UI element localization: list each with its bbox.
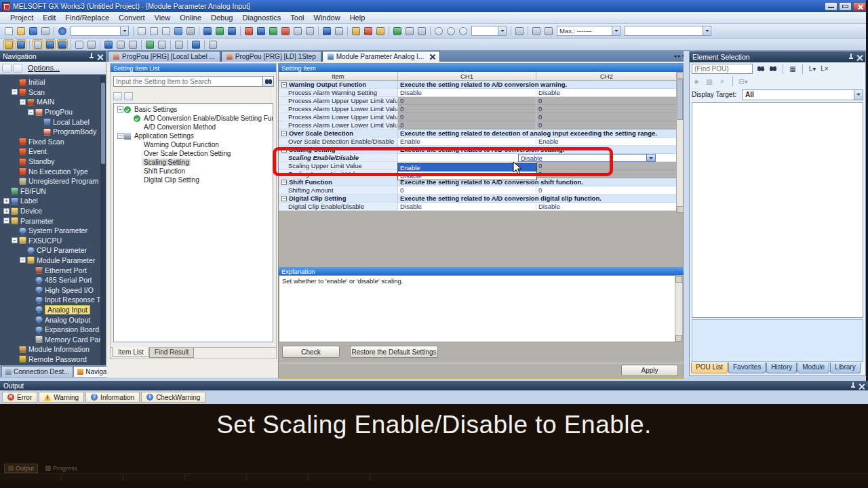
check-circle-1-icon[interactable]: [531, 26, 542, 36]
docking-window-icon[interactable]: [514, 26, 525, 36]
display-setting-icon[interactable]: L▾: [808, 64, 817, 73]
ch1-cell[interactable]: 0: [398, 113, 536, 121]
check-circle-2-icon[interactable]: [543, 26, 554, 36]
ladder-edit-icon[interactable]: [375, 26, 386, 36]
menu-diagnostics[interactable]: Diagnostics: [237, 13, 285, 22]
print-icon[interactable]: [40, 26, 51, 36]
insert-row-icon[interactable]: [392, 26, 403, 36]
menu-edit[interactable]: Edit: [38, 13, 60, 22]
tab-history[interactable]: History: [766, 363, 797, 373]
tree-item-initial[interactable]: Initial: [0, 77, 100, 87]
expand-icon[interactable]: +: [3, 198, 9, 204]
find-previous-icon[interactable]: [756, 64, 766, 73]
tree-item-local-label[interactable]: Local Label: [0, 117, 100, 127]
ch1-cell[interactable]: 0: [398, 105, 536, 113]
tree-item-label[interactable]: +Label: [0, 196, 100, 206]
close-icon[interactable]: [97, 54, 103, 60]
cut-icon[interactable]: [136, 26, 147, 36]
save-icon[interactable]: [28, 26, 39, 36]
simulation-start-icon[interactable]: [321, 26, 332, 36]
monitor-write-icon[interactable]: [280, 26, 291, 36]
tree-item-programbody[interactable]: ProgramBody: [0, 127, 100, 137]
sort-icon[interactable]: ⊟▾: [738, 77, 748, 86]
nav-filter-icon[interactable]: [2, 64, 12, 73]
collapse-icon[interactable]: −: [117, 106, 123, 113]
grid-scrollbar[interactable]: [676, 72, 683, 213]
menu-findreplace[interactable]: Find/Replace: [60, 13, 114, 22]
setting-tree-item-digital-clip-setting[interactable]: Digital Clip Setting: [114, 176, 273, 184]
statement-display-icon[interactable]: [45, 39, 56, 49]
monitor-stop-icon[interactable]: [304, 26, 315, 36]
ch1-cell[interactable]: 0: [398, 186, 536, 195]
close-icon[interactable]: [859, 383, 865, 389]
tree-item-high-speed-i-o[interactable]: High Speed I/O: [0, 285, 100, 295]
simulation-stop-icon[interactable]: [334, 26, 344, 36]
menu-convert[interactable]: Convert: [114, 13, 150, 22]
tree-item-analog-output[interactable]: Analog Output: [0, 314, 100, 325]
favorite-star-icon[interactable]: ★: [692, 77, 701, 86]
close-icon[interactable]: [429, 54, 435, 60]
tree-item-input-response-tir[interactable]: Input Response Tir: [0, 295, 100, 305]
collapse-icon[interactable]: −: [281, 131, 287, 136]
check-button[interactable]: Check: [282, 346, 340, 358]
paste-icon[interactable]: [161, 26, 172, 36]
tree-item-fx5ucpu[interactable]: −FX5UCPU: [0, 236, 100, 246]
help-find-icon[interactable]: [208, 39, 218, 49]
monitor-mode-icon[interactable]: [268, 26, 279, 36]
tree-item-analog-input[interactable]: Analog Input: [0, 305, 100, 315]
menu-help[interactable]: Help: [345, 13, 370, 22]
collapse-icon[interactable]: −: [281, 147, 287, 152]
zoom-in-icon[interactable]: [433, 26, 444, 36]
ch1-cell[interactable]: 0: [398, 121, 536, 129]
watch-icon[interactable]: [127, 39, 138, 49]
expand-tree-icon[interactable]: [113, 92, 122, 100]
ch2-cell[interactable]: 0: [536, 186, 677, 195]
close-icon[interactable]: [856, 54, 863, 60]
tab-item-list[interactable]: Item List: [113, 347, 149, 357]
online-change-icon[interactable]: [351, 26, 361, 36]
display-target-select[interactable]: All: [742, 89, 863, 100]
save-view-icon[interactable]: [16, 39, 26, 49]
navigation-scrollbar[interactable]: [100, 76, 106, 365]
tree-item-ethernet-port[interactable]: Ethernet Port: [0, 265, 100, 275]
device-comment-icon[interactable]: [33, 39, 43, 49]
find-icon[interactable]: [74, 39, 85, 49]
spell-check-icon[interactable]: [174, 39, 184, 49]
ch2-cell[interactable]: Disable: [536, 203, 677, 211]
setting-tree-item-basic-settings[interactable]: −Basic Settings: [114, 105, 273, 114]
program-check-icon[interactable]: [191, 39, 201, 49]
verify-with-plc-icon[interactable]: [226, 26, 237, 36]
tab-pou-list[interactable]: POU List: [691, 363, 728, 373]
note-display-icon[interactable]: [57, 39, 68, 49]
panel-splitter[interactable]: [684, 51, 689, 378]
filter-checkwarning-button[interactable]: CheckWarning: [141, 392, 205, 403]
tree-view-icon[interactable]: [3, 39, 14, 49]
setting-tree-item-scaling-setting[interactable]: Scaling Setting: [114, 158, 273, 167]
toolbar-combo[interactable]: [625, 26, 711, 36]
panel-tab-connection-dest-[interactable]: Connection Dest...: [1, 366, 73, 377]
menu-online[interactable]: Online: [175, 13, 206, 22]
explanation-scrollbar[interactable]: [675, 275, 683, 342]
filter-error-button[interactable]: Error: [2, 392, 37, 403]
paste-pou-icon[interactable]: ▦: [788, 64, 797, 73]
write-to-plc-icon[interactable]: [202, 26, 213, 36]
cross-reference-icon[interactable]: [103, 39, 114, 49]
pin-icon[interactable]: [848, 54, 854, 60]
ch2-cell[interactable]: 0: [536, 170, 677, 178]
tree-item-event[interactable]: Event: [0, 146, 100, 157]
menu-window[interactable]: Window: [309, 13, 345, 22]
find-pou-input[interactable]: [692, 64, 753, 74]
tree-item-main[interactable]: −MAIN: [0, 97, 100, 107]
tree-item-cpu-parameter[interactable]: CPU Parameter: [0, 245, 100, 256]
ch2-cell[interactable]: 0: [536, 113, 677, 121]
new-folder-icon[interactable]: ▨: [705, 77, 714, 86]
collapse-icon[interactable]: −: [281, 82, 287, 87]
ch2-cell[interactable]: Enable: [536, 138, 677, 146]
tree-item-device[interactable]: +Device: [0, 206, 100, 216]
register-watch-icon[interactable]: [144, 39, 155, 49]
setting-tree-item-application-settings[interactable]: −Application Settings: [114, 131, 273, 140]
intelligent-module-icon[interactable]: [157, 39, 167, 49]
setting-search-input[interactable]: [113, 76, 264, 87]
transfer-setup-icon[interactable]: [363, 26, 374, 36]
options-link[interactable]: Options...: [28, 64, 60, 72]
